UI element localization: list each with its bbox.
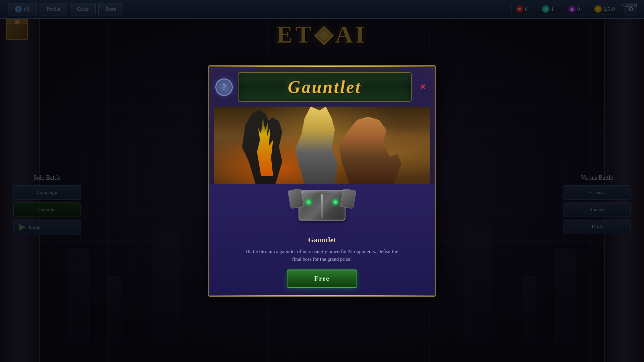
help-button[interactable]: ? [215,78,233,96]
modal-title: Gauntlet [249,77,401,97]
free-button[interactable]: Free [287,269,358,288]
modal-battle-image [214,107,430,184]
armor-gem-right [333,199,338,205]
armor-chest [299,190,345,221]
item-description: Battle through a gauntlet of increasingl… [241,248,402,263]
modal-title-container: Gauntlet [238,72,412,102]
help-icon: ? [222,82,226,92]
armor-illustration [219,190,425,231]
gauntlet-modal: ? Gauntlet ✕ [208,65,436,297]
modal-overlay: ? Gauntlet ✕ [0,0,644,362]
free-label: Free [314,275,330,282]
modal-bottom-border [209,295,435,296]
armor-gem-left [306,199,311,205]
armor-stripe [321,194,323,218]
armor-shoulder-left [288,188,304,209]
modal-content: Gauntlet Battle through a gauntlet of in… [209,184,435,296]
item-name: Gauntlet [219,236,425,244]
close-button[interactable]: ✕ [417,81,429,93]
modal-header: ? Gauntlet ✕ [209,66,435,107]
armor-icon [288,190,356,231]
armor-shoulder-right [340,188,357,209]
close-icon: ✕ [420,83,426,92]
